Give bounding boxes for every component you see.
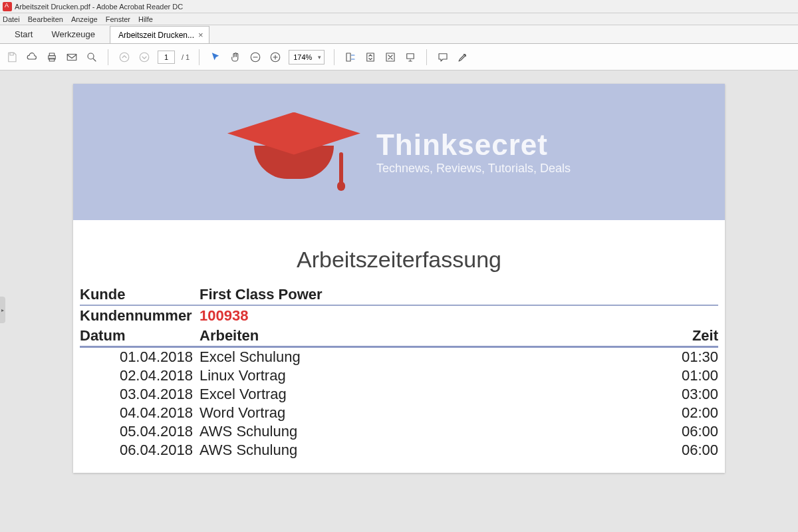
tabbar: Start Werkzeuge Arbeitszeit Drucken... × xyxy=(0,25,798,44)
acrobat-app-icon xyxy=(3,2,12,11)
svg-point-6 xyxy=(120,53,129,62)
tab-close-icon[interactable]: × xyxy=(198,30,203,40)
separator xyxy=(426,49,427,65)
page-up-icon[interactable] xyxy=(118,51,131,64)
select-tool-icon[interactable] xyxy=(209,51,222,64)
highlight-icon[interactable] xyxy=(456,51,469,64)
cell-zeit: 06:00 xyxy=(638,442,718,459)
window-titlebar: Arbeitszeit Drucken.pdf - Adobe Acrobat … xyxy=(0,0,798,13)
graduation-cap-logo xyxy=(227,112,360,192)
menu-hilfe[interactable]: Hilfe xyxy=(138,15,153,23)
cell-zeit: 02:00 xyxy=(638,404,718,422)
tab-start[interactable]: Start xyxy=(5,25,42,43)
cell-datum: 03.04.2018 xyxy=(80,386,200,403)
menu-datei[interactable]: Datei xyxy=(3,15,20,23)
tab-tools[interactable]: Werkzeuge xyxy=(42,25,104,43)
table-row: 03.04.2018Excel Vortrag03:00 xyxy=(80,385,718,404)
menubar: Datei Bearbeiten Anzeige Fenster Hilfe xyxy=(0,13,798,25)
cell-arbeit: AWS Schulung xyxy=(200,423,638,440)
svg-rect-3 xyxy=(49,58,55,61)
search-icon[interactable] xyxy=(85,51,98,64)
pdf-page: Thinksecret Technews, Reviews, Tutorials… xyxy=(73,84,725,473)
table-row: 01.04.2018Excel Schulung01:30 xyxy=(80,348,718,366)
comment-icon[interactable] xyxy=(436,51,450,64)
fit-width-icon[interactable] xyxy=(344,51,357,64)
kunde-value: First Class Power xyxy=(200,286,718,303)
email-icon[interactable] xyxy=(65,51,78,64)
svg-rect-13 xyxy=(407,53,414,59)
cell-arbeit: Excel Schulung xyxy=(200,348,638,366)
page-down-icon[interactable] xyxy=(138,51,151,64)
cell-datum: 02.04.2018 xyxy=(80,367,200,384)
separator xyxy=(334,49,334,65)
menu-anzeige[interactable]: Anzeige xyxy=(71,15,98,23)
col-datum: Datum xyxy=(80,327,200,344)
menu-fenster[interactable]: Fenster xyxy=(106,15,130,23)
zoom-out-icon[interactable] xyxy=(249,51,262,64)
cell-datum: 01.04.2018 xyxy=(80,348,200,366)
sidebar-expand-handle[interactable]: ▸ xyxy=(0,297,5,323)
cell-zeit: 06:00 xyxy=(638,423,718,440)
svg-rect-0 xyxy=(10,53,13,55)
cell-arbeit: AWS Schulung xyxy=(200,442,638,459)
kunde-row: Kunde First Class Power xyxy=(80,285,718,306)
cell-zeit: 01:30 xyxy=(638,348,718,366)
svg-rect-4 xyxy=(67,54,76,60)
svg-point-5 xyxy=(88,53,94,59)
cell-zeit: 01:00 xyxy=(638,367,718,384)
cell-datum: 05.04.2018 xyxy=(80,423,200,440)
banner: Thinksecret Technews, Reviews, Tutorials… xyxy=(73,84,725,220)
fit-page-icon[interactable] xyxy=(364,51,377,64)
svg-rect-2 xyxy=(49,53,55,56)
col-zeit: Zeit xyxy=(638,327,718,344)
cloud-icon[interactable] xyxy=(25,51,39,64)
page-total-label: / 1 xyxy=(182,53,190,61)
cell-datum: 06.04.2018 xyxy=(80,442,200,459)
kundennummer-row: Kundennummer 100938 xyxy=(80,306,718,326)
kunde-label: Kunde xyxy=(80,286,200,303)
banner-title: Thinksecret xyxy=(376,128,571,162)
tab-document[interactable]: Arbeitszeit Drucken... × xyxy=(110,26,209,43)
table-row: 06.04.2018AWS Schulung06:00 xyxy=(80,441,718,460)
zoom-select[interactable]: 174% xyxy=(289,50,325,65)
page-number-input[interactable] xyxy=(158,51,175,64)
cell-datum: 04.04.2018 xyxy=(80,404,200,422)
toolbar: / 1 174% xyxy=(0,44,798,70)
document-heading: Arbeitszeiterfassung xyxy=(80,247,718,273)
cell-zeit: 03:00 xyxy=(638,386,718,403)
data-rows-container: 01.04.2018Excel Schulung01:3002.04.2018L… xyxy=(80,348,718,460)
menu-bearbeiten[interactable]: Bearbeiten xyxy=(28,15,63,23)
separator xyxy=(199,49,200,65)
table-row: 04.04.2018Word Vortrag02:00 xyxy=(80,404,718,422)
window-title: Arbeitszeit Drucken.pdf - Adobe Acrobat … xyxy=(15,3,183,11)
hand-tool-icon[interactable] xyxy=(229,51,242,64)
cell-arbeit: Excel Vortrag xyxy=(200,386,638,403)
print-icon[interactable] xyxy=(45,51,59,64)
tab-document-label: Arbeitszeit Drucken... xyxy=(118,31,194,40)
table-row: 02.04.2018Linux Vortrag01:00 xyxy=(80,366,718,385)
zoom-value: 174% xyxy=(293,53,312,61)
table-row: 05.04.2018AWS Schulung06:00 xyxy=(80,422,718,441)
cell-arbeit: Linux Vortrag xyxy=(200,367,638,384)
col-arbeiten: Arbeiten xyxy=(200,327,638,344)
kundennummer-label: Kundennummer xyxy=(80,307,200,325)
svg-point-7 xyxy=(140,53,149,62)
separator xyxy=(108,49,108,65)
svg-rect-10 xyxy=(346,53,350,61)
column-header-row: Datum Arbeiten Zeit xyxy=(80,326,718,348)
zoom-in-icon[interactable] xyxy=(269,51,282,64)
banner-subtitle: Technews, Reviews, Tutorials, Deals xyxy=(376,162,571,176)
read-mode-icon[interactable] xyxy=(404,51,417,64)
cell-arbeit: Word Vortrag xyxy=(200,404,638,422)
save-icon[interactable] xyxy=(5,51,19,64)
kundennummer-value: 100938 xyxy=(200,307,718,325)
fullscreen-icon[interactable] xyxy=(384,51,397,64)
document-viewport[interactable]: ▸ Thinksecret Technews, Reviews, Tutoria… xyxy=(0,70,798,532)
